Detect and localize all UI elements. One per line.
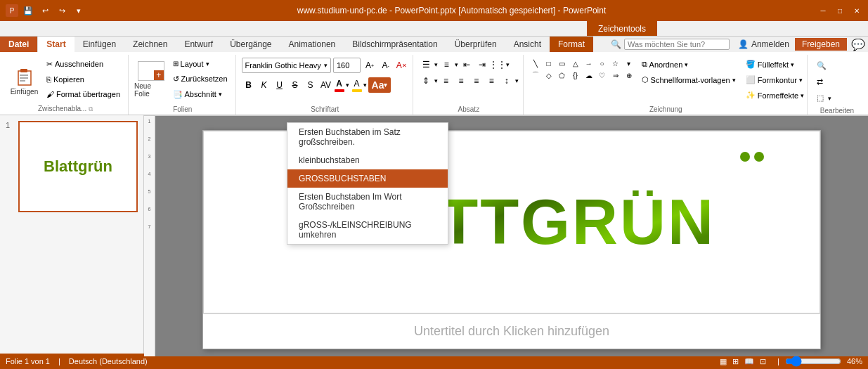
increase-indent-button[interactable]: ⇥ bbox=[475, 58, 489, 72]
underline-button[interactable]: U bbox=[273, 78, 287, 92]
shape-curve[interactable]: ⌒ bbox=[529, 70, 542, 81]
fuelleffekt-button[interactable]: 🪣 Fülleffekt ▾ bbox=[742, 58, 808, 71]
tab-start[interactable]: Start bbox=[37, 37, 74, 52]
line-spacing-button[interactable]: ↕ bbox=[500, 74, 514, 88]
shape-heart[interactable]: ♡ bbox=[596, 70, 609, 81]
anordnen-button[interactable]: ⧉ Anordnen ▾ bbox=[638, 58, 739, 71]
columns-dropdown[interactable]: ▾ bbox=[506, 61, 510, 68]
numbered-dropdown[interactable]: ▾ bbox=[455, 61, 458, 68]
zoom-slider[interactable] bbox=[785, 357, 841, 365]
slide-sorter-button[interactable]: ⊞ bbox=[732, 357, 739, 366]
formkontur-button[interactable]: ⬜ Formkontur ▾ bbox=[742, 73, 808, 86]
dropdown-item-lowercase[interactable]: kleinbuchstaben bbox=[287, 151, 448, 169]
save-button[interactable]: 💾 bbox=[21, 4, 35, 18]
tab-zeichnen[interactable]: Zeichnen bbox=[124, 37, 176, 52]
shape-arrow[interactable]: → bbox=[583, 58, 595, 69]
formkontur-icon: ⬜ bbox=[746, 75, 756, 84]
comment-button[interactable]: 💬 bbox=[848, 37, 868, 52]
font-size-increase-button[interactable]: A+ bbox=[363, 58, 377, 72]
suchen-button[interactable]: 🔍 bbox=[813, 59, 861, 72]
tab-bildschirmpr[interactable]: Bildschirmpräsentation bbox=[344, 37, 446, 52]
dropdown-item-titlecase[interactable]: Ersten Buchstaben Im Wort Großschreiben bbox=[287, 188, 448, 216]
strikethrough-button[interactable]: S bbox=[288, 78, 302, 92]
bullet-dropdown[interactable]: ▾ bbox=[434, 61, 438, 68]
tab-animationen[interactable]: Animationen bbox=[280, 37, 344, 52]
justify-button[interactable]: ≡ bbox=[484, 74, 498, 88]
italic-button[interactable]: K bbox=[257, 78, 271, 92]
bullet-list-button[interactable]: ☰ bbox=[419, 58, 433, 72]
font-size-input[interactable]: 160 bbox=[333, 58, 361, 73]
ausschneiden-button[interactable]: ✂ Ausschneiden bbox=[43, 58, 124, 71]
abschnitt-button[interactable]: 📑 Abschnitt ▾ bbox=[169, 88, 231, 101]
shadow-button[interactable]: S bbox=[304, 78, 318, 92]
columns-button[interactable]: ⋮⋮ bbox=[491, 58, 505, 72]
redo-button[interactable]: ↪ bbox=[55, 4, 69, 18]
tab-ansicht[interactable]: Ansicht bbox=[505, 37, 550, 52]
tab-ueberpruefen[interactable]: Überprüfen bbox=[446, 37, 505, 52]
einfuegen-button[interactable]: Einfügen bbox=[7, 58, 41, 99]
group-bearbeiten: 🔍 ⇄ ⬚ ▾ Bearbeiten bbox=[809, 55, 865, 115]
presentation-view-button[interactable]: ⊡ bbox=[760, 357, 766, 366]
more-button[interactable]: ▾ bbox=[72, 4, 86, 18]
dropdown-item-sentence-case[interactable]: Ersten Buchstaben im Satz großschreiben. bbox=[287, 123, 448, 151]
neue-folie-button[interactable]: + Neue Folie bbox=[134, 59, 167, 100]
highlight-dropdown[interactable]: ▾ bbox=[363, 82, 367, 89]
decrease-indent-button[interactable]: ⇤ bbox=[460, 58, 474, 72]
tab-einfuegen[interactable]: Einfügen bbox=[75, 37, 124, 52]
normal-view-button[interactable]: ▦ bbox=[720, 357, 727, 366]
numbered-list-button[interactable]: ≡ bbox=[439, 58, 453, 72]
layout-button[interactable]: ⊞ Layout ▾ bbox=[169, 58, 231, 70]
dropdown-item-toggle-case[interactable]: gROSS-/kLEINSCHREIBUNG umkehren bbox=[287, 216, 448, 244]
shape-circle[interactable]: ○ bbox=[596, 58, 609, 69]
markieren-button[interactable]: ⬚ ▾ bbox=[813, 91, 861, 105]
tab-datei[interactable]: Datei bbox=[0, 37, 37, 52]
aa-case-button[interactable]: Aa ▾ bbox=[368, 77, 391, 93]
format-uebertragen-button[interactable]: 🖌 Format übertragen bbox=[43, 88, 124, 101]
shape-diamond[interactable]: ◇ bbox=[543, 70, 555, 81]
freigeben-button[interactable]: Freigeben bbox=[795, 38, 847, 51]
font-size-decrease-button[interactable]: A- bbox=[379, 58, 393, 72]
line-spacing-dropdown[interactable]: ▾ bbox=[515, 77, 519, 84]
kopieren-button[interactable]: ⎘ Kopieren bbox=[43, 73, 124, 86]
align-center-button[interactable]: ≡ bbox=[454, 74, 468, 88]
shape-line[interactable]: ╲ bbox=[529, 58, 542, 69]
font-family-selector[interactable]: Franklin Gothic Heavy ▾ bbox=[242, 58, 331, 73]
tab-uebergaenge[interactable]: Übergänge bbox=[221, 37, 280, 52]
align-left-button[interactable]: ≡ bbox=[439, 74, 453, 88]
align-right-button[interactable]: ≡ bbox=[469, 74, 484, 88]
shape-more2[interactable]: ⊕ bbox=[623, 70, 635, 81]
subtitle-area[interactable]: Untertitel durch Klicken hinzufügen bbox=[203, 313, 820, 349]
shape-rounded-rect[interactable]: ▭ bbox=[556, 58, 569, 69]
slide-thumbnail[interactable]: Blattgrün bbox=[18, 121, 138, 212]
dropdown-item-uppercase[interactable]: GROSSBUCHSTABEN bbox=[287, 169, 448, 188]
zuruecksetzen-button[interactable]: ↺ Zurücksetzen bbox=[169, 72, 231, 86]
formeffekte-button[interactable]: ✨ Formeffekte ▾ bbox=[742, 89, 808, 102]
shape-pentagon[interactable]: ⬠ bbox=[556, 70, 569, 81]
shape-cloud[interactable]: ☁ bbox=[583, 70, 595, 81]
clear-format-button[interactable]: A✕ bbox=[395, 58, 409, 72]
schnellformat-button[interactable]: ⬡ Schnellformat-vorlagen ▾ bbox=[638, 73, 739, 86]
shape-rect[interactable]: □ bbox=[543, 58, 555, 69]
maximize-button[interactable]: □ bbox=[834, 5, 846, 16]
charspacing-button[interactable]: AV bbox=[319, 78, 333, 92]
minimize-button[interactable]: ─ bbox=[817, 5, 829, 16]
shape-star[interactable]: ☆ bbox=[609, 58, 622, 69]
reading-view-button[interactable]: 📖 bbox=[744, 357, 754, 366]
undo-button[interactable]: ↩ bbox=[38, 4, 52, 18]
ersetzen-button[interactable]: ⇄ bbox=[813, 75, 861, 89]
close-button[interactable]: ✕ bbox=[851, 5, 862, 16]
replace-icon: ⇄ bbox=[817, 77, 823, 86]
shape-brace[interactable]: {} bbox=[569, 70, 582, 81]
shape-triangle[interactable]: △ bbox=[569, 58, 582, 69]
shape-block-arrow[interactable]: ⇒ bbox=[609, 70, 622, 81]
shape-more[interactable]: ▾ bbox=[623, 58, 635, 69]
text-direction-button[interactable]: ⇕ bbox=[419, 74, 433, 88]
anmelden-button[interactable]: Anmelden bbox=[751, 39, 789, 49]
ribbon-search-input[interactable] bbox=[624, 39, 730, 50]
layout-icon: ⊞ bbox=[173, 60, 179, 67]
tab-entwurf[interactable]: Entwurf bbox=[176, 37, 221, 52]
text-dir-dropdown[interactable]: ▾ bbox=[434, 77, 438, 84]
bold-button[interactable]: B bbox=[242, 78, 256, 92]
font-color-dropdown[interactable]: ▾ bbox=[346, 82, 349, 89]
tab-format[interactable]: Format bbox=[550, 37, 593, 52]
